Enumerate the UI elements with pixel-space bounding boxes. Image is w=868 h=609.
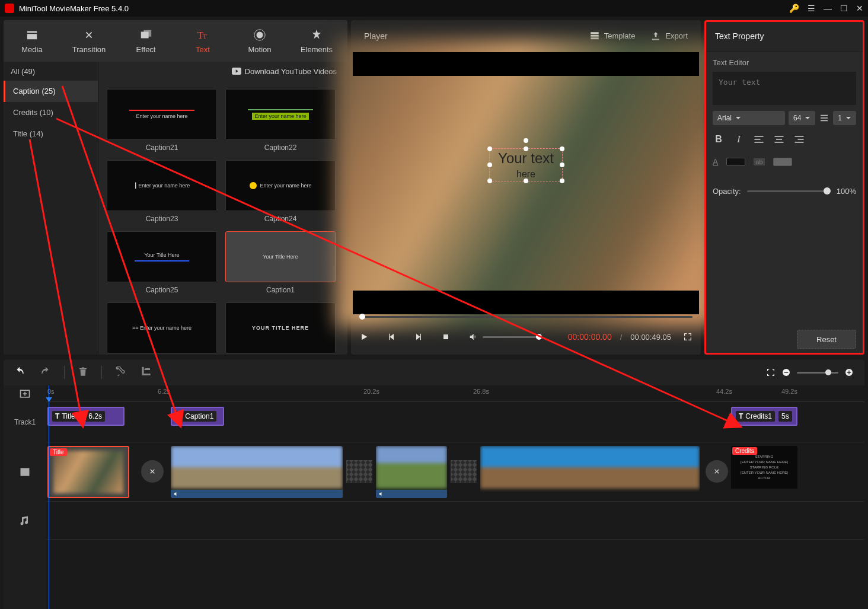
align-left-button[interactable] bbox=[753, 133, 765, 145]
tab-motion[interactable]: Motion bbox=[231, 20, 288, 62]
gap-1[interactable] bbox=[346, 460, 372, 483]
audio-track[interactable] bbox=[46, 502, 864, 540]
close-icon[interactable]: ✕ bbox=[856, 4, 863, 13]
gap-2[interactable] bbox=[451, 460, 477, 483]
fit-icon[interactable] bbox=[766, 368, 776, 377]
category-caption[interactable]: Caption (25) bbox=[4, 81, 98, 102]
category-all[interactable]: All (49) bbox=[11, 67, 35, 76]
tab-transition-label: Transition bbox=[72, 45, 106, 54]
add-track-icon[interactable] bbox=[4, 385, 46, 402]
highlight-swatch[interactable] bbox=[773, 158, 792, 166]
menu-icon[interactable]: ☰ bbox=[808, 4, 815, 13]
tab-text[interactable]: TT Text bbox=[174, 20, 231, 62]
svg-rect-14 bbox=[21, 469, 30, 475]
download-youtube-link[interactable]: Download YouTube Videos bbox=[232, 67, 337, 76]
align-center-button[interactable] bbox=[773, 133, 785, 145]
align-right-button[interactable] bbox=[793, 133, 805, 145]
zoom-slider[interactable] bbox=[797, 372, 838, 374]
fullscreen-icon[interactable] bbox=[683, 332, 693, 342]
videoclip-4[interactable] bbox=[480, 446, 700, 498]
italic-button[interactable]: I bbox=[733, 133, 745, 145]
highlight-icon[interactable]: ab bbox=[754, 158, 764, 165]
tab-effect[interactable]: Effect bbox=[117, 20, 174, 62]
preview-text-overlay[interactable]: Your text here bbox=[489, 148, 563, 181]
timeline-panel: Track1 0s 6.2s 20.2s 26.8s 44.2s 49.2s T bbox=[4, 359, 864, 609]
reset-button[interactable]: Reset bbox=[797, 330, 856, 349]
redo-button[interactable] bbox=[40, 366, 51, 379]
clip-credits1[interactable]: T Credits1 5s bbox=[731, 407, 797, 426]
videoclip-3[interactable] bbox=[376, 446, 447, 498]
seek-bar[interactable] bbox=[359, 314, 693, 319]
thumb-caption22[interactable]: Enter your name here Caption22 bbox=[225, 89, 336, 152]
download-youtube-label: Download YouTube Videos bbox=[245, 67, 337, 76]
fontsize-select[interactable]: 64 bbox=[789, 111, 815, 125]
time-total: 00:00:49.05 bbox=[630, 333, 671, 342]
thumb-caption1[interactable]: Your Title Here Caption1 bbox=[225, 231, 336, 294]
svg-rect-9 bbox=[784, 372, 789, 372]
audio-track-icon bbox=[4, 502, 46, 540]
text-editor-field[interactable] bbox=[713, 72, 856, 105]
preview-area[interactable]: Your text here bbox=[353, 52, 699, 314]
titlebar: MiniTool MovieMaker Free 5.4.0 🔑 ☰ — ☐ ✕ bbox=[0, 0, 868, 17]
svg-rect-1 bbox=[143, 30, 151, 36]
prop-title: Text Property bbox=[704, 20, 864, 52]
tab-transition[interactable]: Transition bbox=[60, 20, 117, 62]
stop-icon[interactable] bbox=[441, 332, 451, 342]
delete-button[interactable] bbox=[78, 366, 88, 379]
play-icon[interactable] bbox=[359, 332, 369, 342]
clip-caption1[interactable]: T Caption1 bbox=[171, 407, 224, 426]
tab-elements-label: Elements bbox=[301, 45, 333, 54]
timeline-ruler[interactable]: 0s 6.2s 20.2s 26.8s 44.2s 49.2s bbox=[46, 385, 864, 402]
thumb-caption21[interactable]: Enter your name here Caption21 bbox=[107, 89, 217, 152]
thumb-caption24[interactable]: Enter your name here Caption24 bbox=[225, 160, 336, 223]
prop-editor-label: Text Editor bbox=[713, 58, 856, 67]
clip-title1[interactable]: T Title1 6.2s bbox=[47, 407, 125, 426]
category-credits[interactable]: Credits (10) bbox=[4, 102, 98, 123]
transition-slot-2[interactable] bbox=[706, 460, 728, 483]
opacity-slider[interactable] bbox=[747, 190, 831, 192]
transition-slot-1[interactable] bbox=[141, 460, 164, 483]
tab-effect-label: Effect bbox=[136, 45, 155, 54]
library-categories: All (49) Caption (25) Credits (10) Title… bbox=[4, 62, 98, 355]
app-logo bbox=[5, 4, 14, 13]
thumb-extra2[interactable]: YOUR TITLE HERE bbox=[225, 302, 336, 355]
time-current: 00:00:00.00 bbox=[568, 332, 612, 342]
undo-button[interactable] bbox=[14, 366, 25, 379]
font-select[interactable]: Arial bbox=[713, 111, 785, 125]
tab-motion-label: Motion bbox=[248, 45, 271, 54]
minimize-icon[interactable]: — bbox=[824, 4, 832, 13]
playhead[interactable] bbox=[49, 385, 49, 609]
tab-media-label: Media bbox=[21, 45, 42, 54]
maximize-icon[interactable]: ☐ bbox=[840, 4, 848, 13]
text-property-panel: Text Property Text Editor Arial 64 1 bbox=[704, 20, 864, 355]
text-color-icon[interactable]: A bbox=[713, 157, 718, 167]
bold-button[interactable]: B bbox=[713, 133, 725, 145]
category-title[interactable]: Title (14) bbox=[4, 123, 98, 145]
thumb-extra1[interactable]: ≡≡ Enter your name here bbox=[107, 302, 217, 355]
opacity-value: 100% bbox=[837, 187, 856, 196]
videoclip-1[interactable]: Title bbox=[47, 446, 129, 498]
timeline-tracks[interactable]: 0s 6.2s 20.2s 26.8s 44.2s 49.2s T Title1… bbox=[46, 385, 864, 609]
zoom-out-icon[interactable] bbox=[781, 368, 791, 377]
zoom-in-icon[interactable] bbox=[844, 368, 854, 377]
next-icon[interactable] bbox=[414, 332, 423, 342]
split-button[interactable] bbox=[115, 366, 126, 379]
crop-button[interactable] bbox=[141, 366, 152, 379]
videoclip-2[interactable] bbox=[171, 446, 343, 498]
opacity-label: Opacity: bbox=[713, 187, 741, 196]
thumb-caption25[interactable]: Your Title Here Caption25 bbox=[107, 231, 217, 294]
videoclip-credits[interactable]: Credits STARRING [ENTER YOUR NAME HERE] … bbox=[731, 446, 797, 498]
track1-label: Track1 bbox=[4, 402, 46, 442]
lineheight-icon[interactable] bbox=[819, 113, 829, 123]
library-grid[interactable]: Enter your name here Caption21 Enter you… bbox=[98, 81, 347, 355]
key-icon[interactable]: 🔑 bbox=[789, 4, 799, 13]
volume-icon[interactable] bbox=[468, 332, 478, 342]
svg-text:T: T bbox=[203, 32, 207, 39]
lineheight-select[interactable]: 1 bbox=[833, 111, 856, 125]
svg-rect-12 bbox=[848, 371, 849, 375]
volume-slider[interactable] bbox=[483, 336, 542, 338]
prev-icon[interactable] bbox=[387, 332, 396, 342]
text-color-swatch[interactable] bbox=[726, 158, 745, 166]
tab-media[interactable]: Media bbox=[4, 20, 60, 62]
thumb-caption23[interactable]: ┃ Enter your name here Caption23 bbox=[107, 160, 217, 223]
